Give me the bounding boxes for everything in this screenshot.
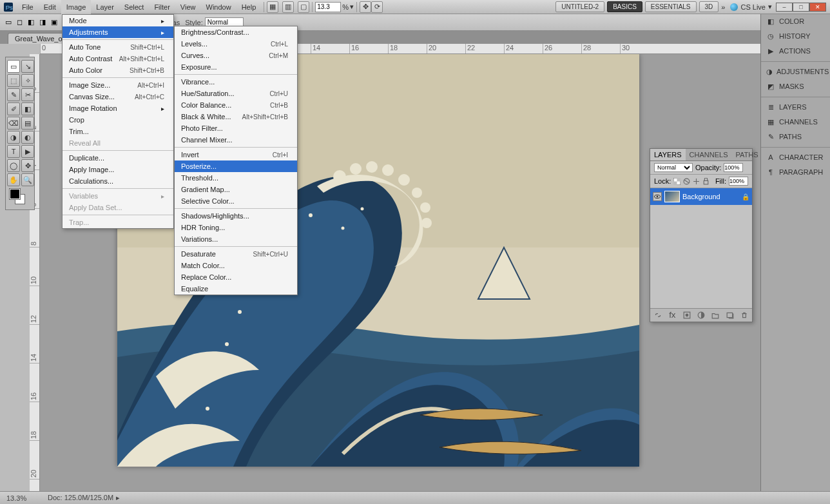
menu-item-channel-mixer[interactable]: Channel Mixer... [175,134,297,146]
layers-tab-layers[interactable]: LAYERS [650,149,686,160]
menu-item-hdr-toning[interactable]: HDR Toning... [175,222,297,233]
layer-row[interactable]: Background 🔒 [650,188,752,205]
cslive-button[interactable]: CS Live ▾ [730,3,772,11]
menu-help[interactable]: Help [236,0,262,14]
menu-item-replace-color[interactable]: Replace Color... [175,271,297,283]
menu-item-auto-tone[interactable]: Auto ToneShift+Ctrl+L [63,41,173,53]
zoom-input[interactable] [315,2,341,12]
menu-item-image-rotation[interactable]: Image Rotation [63,102,173,114]
screen-mode-icon[interactable]: ▦ [267,1,278,13]
tool-2[interactable]: ⬚ [7,74,20,87]
hand-icon[interactable]: ✥ [360,1,371,13]
menu-item-crop[interactable]: Crop [63,114,173,126]
menu-item-duplicate[interactable]: Duplicate... [63,152,173,164]
menu-item-black-white[interactable]: Black & White...Alt+Shift+Ctrl+B [175,111,297,122]
menu-edit[interactable]: Edit [39,0,61,14]
menu-item-threshold[interactable]: Threshold... [175,172,297,184]
menu-item-hue-saturation[interactable]: Hue/Saturation...Ctrl+U [175,88,297,99]
tool-16[interactable]: ✋ [7,173,20,186]
selection-mode-add-icon[interactable]: ◧ [28,18,34,26]
workspace-btn-basics[interactable]: BASICS [607,1,642,12]
status-doc-size[interactable]: Doc: 125.0M/125.0M [48,494,120,502]
lock-all-icon[interactable] [702,178,709,185]
menu-item-curves[interactable]: Curves...Ctrl+M [175,50,297,61]
tool-3[interactable]: ✧ [21,74,34,87]
menu-item-equalize[interactable]: Equalize [175,283,297,295]
blend-mode-select[interactable]: Normal [654,163,693,172]
minimize-button[interactable]: – [776,3,793,12]
menu-item-selective-color[interactable]: Selective Color... [175,195,297,207]
menu-item-exposure[interactable]: Exposure... [175,61,297,73]
fill-input[interactable] [729,177,748,186]
panel-btn-character[interactable]: ACHARACTER [761,150,830,165]
menu-item-levels[interactable]: Levels...Ctrl+L [175,38,297,50]
workspace-menu-icon[interactable]: » [721,3,725,11]
tool-8[interactable]: ⌫ [7,117,20,130]
adjustment-layer-icon[interactable] [697,311,705,319]
maximize-button[interactable]: □ [793,3,809,12]
active-tool-icon[interactable]: ▭ [5,18,12,26]
panel-btn-channels[interactable]: ▦CHANNELS [761,115,830,130]
menu-item-match-color[interactable]: Match Color... [175,260,297,271]
layer-mask-icon[interactable] [683,311,691,319]
menu-item-canvas-size[interactable]: Canvas Size...Alt+Ctrl+C [63,91,173,102]
frame-icon[interactable]: ▢ [298,1,309,13]
menu-view[interactable]: View [175,0,201,14]
workspace-btn-3d[interactable]: 3D [699,1,719,12]
tool-12[interactable]: T [7,145,20,158]
image-menu-dropdown[interactable]: ModeAdjustmentsAuto ToneShift+Ctrl+LAuto… [62,14,174,229]
tool-11[interactable]: ◐ [21,131,34,144]
menu-item-brightness-contrast[interactable]: Brightness/Contrast... [175,26,297,38]
tool-13[interactable]: ▶ [21,145,34,158]
panel-btn-paragraph[interactable]: ¶PARAGRAPH [761,165,830,180]
menu-item-photo-filter[interactable]: Photo Filter... [175,122,297,134]
adjustments-submenu[interactable]: Brightness/Contrast...Levels...Ctrl+LCur… [174,26,298,295]
layers-tab-channels[interactable]: CHANNELS [686,149,732,160]
panel-btn-actions[interactable]: ▶ACTIONS [761,44,830,59]
layers-tab-paths[interactable]: PATHS [732,149,762,160]
lock-position-icon[interactable] [693,178,700,185]
tool-4[interactable]: ✎ [7,88,20,101]
menu-item-auto-contrast[interactable]: Auto ContrastAlt+Shift+Ctrl+L [63,53,173,64]
menu-item-image-size[interactable]: Image Size...Alt+Ctrl+I [63,79,173,91]
menu-item-shadows-highlights[interactable]: Shadows/Highlights... [175,210,297,222]
workspace-btn-essentials[interactable]: ESSENTIALS [645,1,697,12]
menu-select[interactable]: Select [119,0,150,14]
panel-btn-history[interactable]: ◷HISTORY [761,29,830,44]
color-swatch[interactable] [7,188,34,207]
menu-item-mode[interactable]: Mode [63,15,173,26]
status-zoom[interactable]: 13.3% [6,494,39,502]
layers-panel[interactable]: LAYERSCHANNELSPATHS Normal Opacity: Lock… [650,148,753,322]
menu-item-invert[interactable]: InvertCtrl+I [175,149,297,160]
tool-17[interactable]: 🔍 [21,173,34,186]
menu-item-adjustments[interactable]: Adjustments [63,26,173,38]
rotate-view-icon[interactable]: ⟳ [371,1,383,13]
delete-layer-icon[interactable] [740,311,748,319]
menu-filter[interactable]: Filter [149,0,175,14]
arrange-icon[interactable]: ▥ [282,1,294,13]
tool-14[interactable]: ◯ [7,159,20,172]
menu-item-auto-color[interactable]: Auto ColorShift+Ctrl+B [63,64,173,76]
menu-window[interactable]: Window [201,0,236,14]
new-layer-icon[interactable] [726,311,734,319]
tool-1[interactable]: ↘ [21,60,34,73]
panel-btn-layers[interactable]: ≣LAYERS [761,100,830,115]
menu-image[interactable]: Image [61,0,92,14]
menu-item-calculations[interactable]: Calculations... [63,175,173,187]
panel-btn-color[interactable]: ◧COLOR [761,14,830,29]
link-layers-icon[interactable] [654,311,662,319]
opacity-input[interactable] [724,163,743,172]
menu-item-gradient-map[interactable]: Gradient Map... [175,184,297,195]
tool-5[interactable]: ✂ [21,88,34,101]
menu-item-trim[interactable]: Trim... [63,126,173,137]
panel-btn-paths[interactable]: ✎PATHS [761,130,830,144]
layer-style-icon[interactable]: fx [668,311,676,319]
menu-item-desaturate[interactable]: DesaturateShift+Ctrl+U [175,248,297,260]
close-button[interactable]: ✕ [809,3,826,12]
panel-btn-adjustments[interactable]: ◑ADJUSTMENTS [761,64,830,79]
menu-item-vibrance[interactable]: Vibrance... [175,76,297,88]
foreground-color-swatch[interactable] [10,189,20,199]
selection-mode-intersect-icon[interactable]: ▣ [51,18,57,26]
tool-9[interactable]: ▤ [21,117,34,130]
panel-btn-masks[interactable]: ◩MASKS [761,79,830,94]
